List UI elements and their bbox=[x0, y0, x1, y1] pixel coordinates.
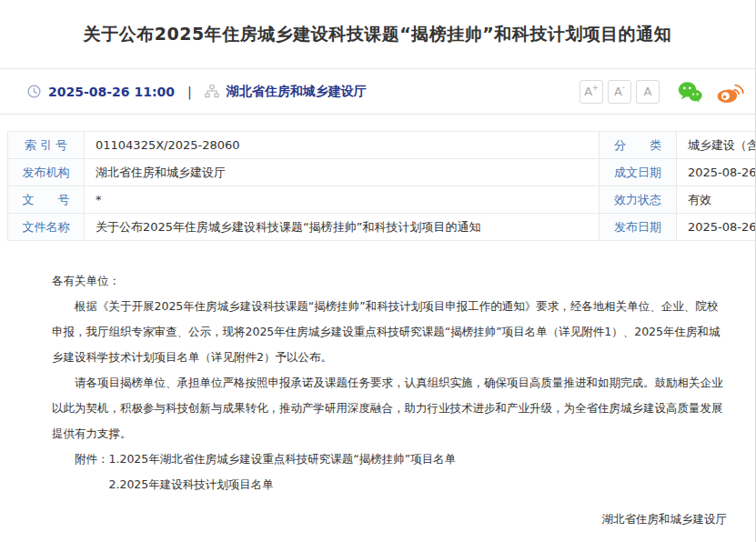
document-body: 各有关单位： 根据《关于开展2025年住房城乡建设科技课题“揭榜挂帅”和科技计划… bbox=[0, 241, 755, 542]
field-value-issuing-agency: 湖北省住房和城乡建设厅 bbox=[85, 159, 600, 186]
source-agency-link[interactable]: 湖北省住房和城乡建设厅 bbox=[227, 84, 367, 100]
table-row: 索 引 号 01104325X/2025-28060 分 类 城乡建设（含住房） bbox=[8, 132, 756, 159]
sitemap-icon bbox=[205, 85, 219, 98]
field-value-index-number: 01104325X/2025-28060 bbox=[85, 132, 600, 159]
field-label-category: 分 类 bbox=[600, 132, 677, 159]
font-size-decrease-button[interactable]: A- bbox=[608, 80, 631, 104]
font-size-increase-button[interactable]: A+ bbox=[580, 80, 603, 104]
attachment-line-2: 2.2025年建设科技计划项目名单 bbox=[52, 472, 727, 497]
field-value-publish-date: 2025-08-26 bbox=[677, 214, 756, 241]
clock-icon bbox=[27, 85, 41, 98]
field-value-validity: 有效 bbox=[677, 186, 756, 214]
table-row: 文 号 * 效力状态 有效 bbox=[8, 186, 756, 214]
field-value-doc-title: 关于公布2025年住房城乡建设科技课题“揭榜挂帅”和科技计划项目的通知 bbox=[85, 214, 600, 241]
title-section: 关于公布2025年住房城乡建设科技课题“揭榜挂帅”和科技计划项目的通知 bbox=[0, 0, 755, 68]
page-title: 关于公布2025年住房城乡建设科技课题“揭榜挂帅”和科技计划项目的通知 bbox=[84, 23, 671, 46]
meta-separator: | bbox=[187, 85, 192, 99]
attachment-line-1: 附件：1.2025年湖北省住房城乡建设重点科技研究课题“揭榜挂帅”项目名单 bbox=[52, 447, 727, 472]
meta-actions: A+ A- A bbox=[575, 80, 744, 104]
publish-datetime: 2025-08-26 11:00 bbox=[48, 85, 175, 99]
divider-meta bbox=[0, 114, 755, 115]
document-info-table: 索 引 号 01104325X/2025-28060 分 类 城乡建设（含住房）… bbox=[7, 131, 756, 241]
field-value-doc-number: * bbox=[85, 186, 600, 214]
field-value-category: 城乡建设（含住房） bbox=[677, 132, 756, 159]
field-label-issuing-agency: 发布机构 bbox=[8, 159, 85, 186]
wechat-share-icon[interactable] bbox=[678, 81, 702, 103]
article-page: 关于公布2025年住房城乡建设科技课题“揭榜挂帅”和科技计划项目的通知 2025… bbox=[0, 0, 756, 542]
weibo-share-icon[interactable] bbox=[717, 80, 744, 104]
field-label-validity: 效力状态 bbox=[600, 186, 677, 214]
paragraph-2: 请各项目揭榜单位、承担单位严格按照申报承诺及课题任务要求，认真组织实施，确保项目… bbox=[52, 370, 727, 447]
font-size-reset-button[interactable]: A bbox=[636, 80, 660, 104]
field-value-written-date: 2025-08-26 bbox=[677, 159, 756, 186]
meta-info: 2025-08-26 11:00 | 湖北省住房和城乡建设厅 bbox=[27, 84, 367, 100]
signature-agency: 湖北省住房和城乡建设厅 bbox=[52, 507, 727, 532]
meta-bar: 2025-08-26 11:00 | 湖北省住房和城乡建设厅 A+ A- A bbox=[0, 69, 755, 114]
field-label-doc-number: 文 号 bbox=[8, 186, 85, 214]
field-label-index-number: 索 引 号 bbox=[8, 132, 85, 159]
field-label-publish-date: 发布日期 bbox=[600, 214, 677, 241]
field-label-doc-title: 文件名称 bbox=[8, 214, 85, 241]
salutation: 各有关单位： bbox=[52, 268, 727, 294]
paragraph-1: 根据《关于开展2025年住房城乡建设科技课题“揭榜挂帅”和科技计划项目申报工作的… bbox=[52, 294, 727, 370]
field-label-written-date: 成文日期 bbox=[600, 159, 677, 186]
table-row: 发布机构 湖北省住房和城乡建设厅 成文日期 2025-08-26 bbox=[8, 159, 756, 186]
table-row: 文件名称 关于公布2025年住房城乡建设科技课题“揭榜挂帅”和科技计划项目的通知… bbox=[8, 214, 756, 241]
